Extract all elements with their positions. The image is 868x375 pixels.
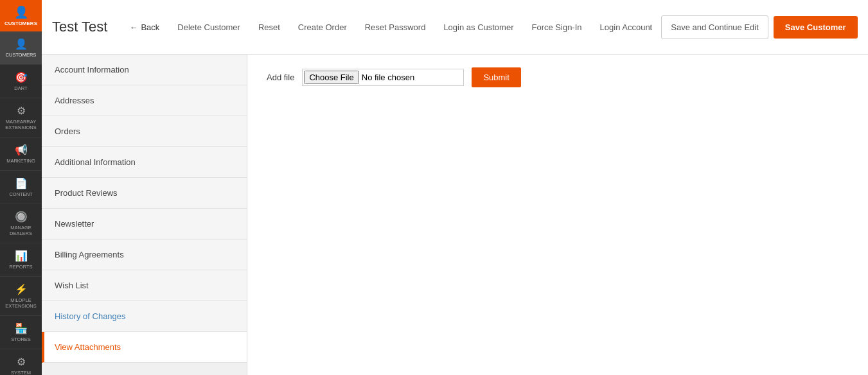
sidebar-item-customers[interactable]: 👤 CUSTOMERS [0, 31, 42, 65]
content-label: CONTENT [9, 191, 32, 197]
sidebar-item-content[interactable]: 📄 CONTENT [0, 171, 42, 204]
left-nav-item-wish-list[interactable]: Wish List [42, 270, 247, 301]
topbar: Test Test ← Back Delete Customer Reset C… [42, 0, 868, 55]
sidebar-item-milople[interactable]: ⚡ MILOPLE EXTENSIONS [0, 277, 42, 316]
magearray-label: MAGEARRAY EXTENSIONS [3, 119, 39, 130]
page-title: Test Test [52, 19, 107, 35]
left-nav-item-account-info[interactable]: Account Information [42, 55, 247, 85]
left-nav-item-newsletter[interactable]: Newsletter [42, 209, 247, 240]
left-nav-item-history-of-changes[interactable]: History of Changes [42, 301, 247, 332]
history-of-changes-link[interactable]: History of Changes [55, 311, 126, 321]
content-icon: 📄 [15, 177, 28, 189]
file-input[interactable] [302, 69, 464, 86]
left-nav-item-addresses[interactable]: Addresses [42, 85, 247, 116]
customers-icon: 👤 [15, 38, 28, 50]
login-account-button[interactable]: Login Account [591, 17, 662, 37]
login-as-customer-button[interactable]: Login as Customer [434, 17, 522, 37]
sidebar-item-marketing[interactable]: 📢 MARKETING [0, 137, 42, 171]
left-nav-item-product-reviews[interactable]: Product Reviews [42, 178, 247, 209]
marketing-icon: 📢 [15, 144, 28, 156]
stores-label: STORES [11, 336, 31, 342]
customers-label: CUSTOMERS [6, 52, 37, 58]
left-nav-item-billing-agreements[interactable]: Billing Agreements [42, 240, 247, 270]
back-arrow-icon: ← [129, 22, 137, 32]
main-content: Test Test ← Back Delete Customer Reset C… [42, 0, 868, 375]
reset-password-button[interactable]: Reset Password [356, 17, 435, 37]
topbar-actions: ← Back Delete Customer Reset Create Orde… [120, 15, 857, 39]
milople-label: MILOPLE EXTENSIONS [3, 297, 39, 309]
stores-icon: 🏪 [15, 322, 28, 335]
dart-icon: 🎯 [15, 71, 28, 83]
reports-label: REPORTS [9, 264, 32, 270]
sidebar-item-stores[interactable]: 🏪 STORES [0, 316, 42, 349]
create-order-button[interactable]: Create Order [289, 17, 356, 37]
sidebar-item-magearray[interactable]: ⚙ MAGEARRAY EXTENSIONS [0, 98, 42, 137]
submit-button[interactable]: Submit [472, 67, 520, 87]
left-nav-item-orders[interactable]: Orders [42, 116, 247, 147]
sidebar-item-manage-dealers[interactable]: 🔘 MANAGE DEALERS [0, 204, 42, 243]
manage-dealers-label: MANAGE DEALERS [3, 225, 39, 236]
milople-icon: ⚡ [15, 283, 28, 295]
sidebar: 👤 CUSTOMERS 👤 CUSTOMERS 🎯 DART ⚙ MAGEARR… [0, 0, 42, 375]
magearray-icon: ⚙ [17, 105, 26, 117]
customers-icon: 👤 [14, 5, 28, 19]
save-continue-button[interactable]: Save and Continue Edit [661, 15, 768, 39]
left-nav-item-additional-info[interactable]: Additional Information [42, 147, 247, 178]
force-signin-button[interactable]: Force Sign-In [523, 17, 591, 37]
system-icon: ⚙ [17, 356, 26, 368]
system-label: SYSTEM [11, 370, 31, 375]
back-button[interactable]: ← Back [120, 17, 168, 37]
sidebar-item-system[interactable]: ⚙ SYSTEM [0, 349, 42, 375]
manage-dealers-icon: 🔘 [15, 211, 28, 223]
delete-customer-button[interactable]: Delete Customer [168, 17, 249, 37]
left-nav: Account InformationAddressesOrdersAdditi… [42, 55, 247, 375]
sidebar-item-dart[interactable]: 🎯 DART [0, 65, 42, 98]
add-file-row: Add file Submit [267, 67, 849, 87]
reset-button[interactable]: Reset [249, 17, 289, 37]
sidebar-item-reports[interactable]: 📊 REPORTS [0, 243, 42, 277]
marketing-label: MARKETING [6, 158, 35, 164]
left-nav-item-view-attachments[interactable]: View Attachments [42, 332, 247, 363]
save-customer-button[interactable]: Save Customer [774, 16, 858, 39]
add-file-label: Add file [267, 73, 294, 82]
sidebar-logo: 👤 CUSTOMERS [0, 0, 42, 31]
customers-label: CUSTOMERS [4, 21, 37, 26]
content-area: Account InformationAddressesOrdersAdditi… [42, 55, 868, 375]
right-panel: Add file Submit [247, 55, 868, 375]
dart-label: DART [14, 85, 27, 91]
reports-icon: 📊 [15, 250, 28, 262]
